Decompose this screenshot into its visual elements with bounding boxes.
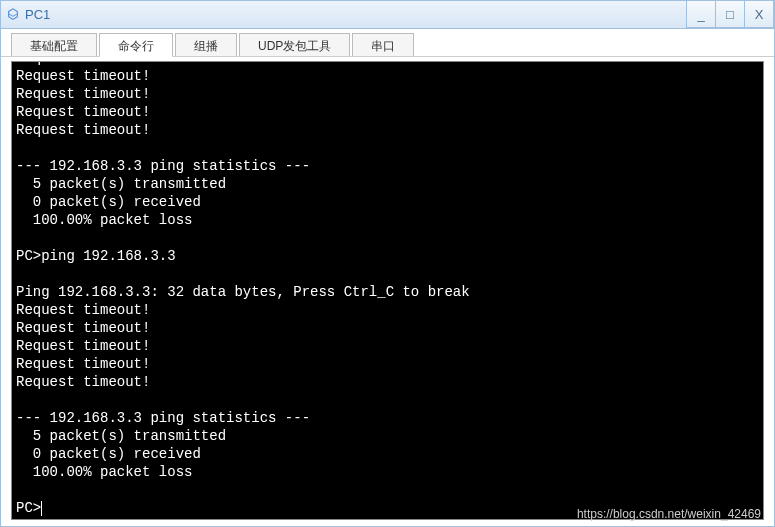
tab-udp-tool[interactable]: UDP发包工具 [239,33,350,56]
maximize-button[interactable]: □ [715,1,745,28]
tab-command-line[interactable]: 命令行 [99,33,173,57]
app-icon [5,7,21,23]
terminal-container: Request timeout! Request timeout! Reques… [1,57,774,526]
window-controls: _ □ X [687,1,774,28]
close-button[interactable]: X [744,1,774,28]
tab-basic-config[interactable]: 基础配置 [11,33,97,56]
minimize-button[interactable]: _ [686,1,716,28]
titlebar[interactable]: PC1 _ □ X [1,1,774,29]
tab-serial[interactable]: 串口 [352,33,414,56]
terminal[interactable]: Request timeout! Request timeout! Reques… [11,61,764,520]
app-window: PC1 _ □ X 基础配置 命令行 组播 UDP发包工具 串口 Request… [0,0,775,527]
window-title: PC1 [25,7,50,22]
tab-multicast[interactable]: 组播 [175,33,237,56]
tab-bar: 基础配置 命令行 组播 UDP发包工具 串口 [1,29,774,57]
